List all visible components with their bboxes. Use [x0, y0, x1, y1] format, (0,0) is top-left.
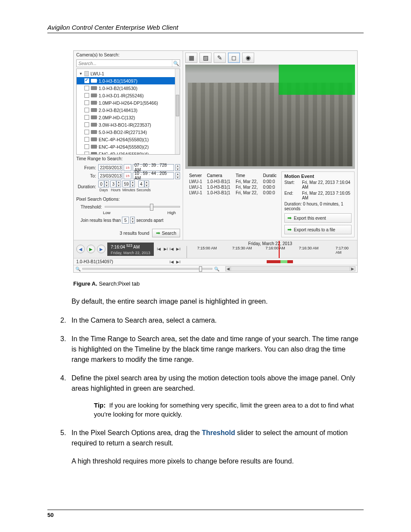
high-label: High: [167, 210, 176, 215]
tree-item[interactable]: 1.0MP-HD-H264-DP1(55466): [77, 99, 180, 106]
select-all-tool[interactable]: ▦: [185, 53, 197, 63]
draw-tool[interactable]: ✎: [214, 53, 226, 63]
table-row[interactable]: LWU-11.0-H3-B1(1Fri, Mar 22,0:00:0: [187, 190, 280, 196]
cameras-label: Camera(s) to Search:: [74, 51, 183, 58]
calendar-icon[interactable]: 15: [124, 164, 131, 171]
col-duration[interactable]: Duratic: [261, 172, 280, 179]
hours-unit: Hours: [111, 188, 121, 192]
export-event-button[interactable]: ➡Export this event: [284, 213, 352, 223]
page-header: Avigilon Control Center Enterprise Web C…: [47, 24, 364, 31]
checkbox-icon[interactable]: [84, 78, 89, 83]
camera-search-field[interactable]: [77, 60, 172, 67]
spinner-icon[interactable]: ▲▼: [175, 164, 180, 171]
timeline-marker[interactable]: [279, 241, 280, 258]
tree-item-label: ENC-4P-H264(55580)(1): [99, 137, 149, 142]
search-icon[interactable]: 🔍: [172, 60, 180, 67]
threshold-slider[interactable]: [105, 206, 180, 208]
checkbox-icon[interactable]: [84, 100, 89, 105]
nav-first-last[interactable]: I◀ ▶I: [169, 260, 181, 264]
checkbox-icon[interactable]: [84, 93, 89, 98]
spinner-icon[interactable]: ▲▼: [104, 180, 109, 187]
rect-tool[interactable]: ◻: [228, 53, 240, 63]
step-back-button[interactable]: ◀: [76, 245, 85, 253]
zoom-slider[interactable]: [82, 268, 212, 270]
tree-scrollbar[interactable]: [175, 69, 180, 154]
tree-item[interactable]: ENC-4P-H264(55580)(4): [77, 150, 180, 155]
from-date-input[interactable]: 22/03/2013: [98, 164, 122, 171]
screenshot-figure: Camera(s) to Search: 🔍 ▾ LWU-1: [73, 50, 358, 273]
tree-item[interactable]: 1.0-H3-B1(154097): [77, 77, 180, 84]
results-table[interactable]: Server Camera Time Duratic LWU-11.0-H3-B…: [183, 169, 281, 240]
duration-value: Duration: 0 hours, 0 minutes, 1 seconds: [284, 202, 352, 211]
results-found: 3 results found: [120, 230, 149, 236]
tree-item[interactable]: 2.0-H3-B2(148413): [77, 106, 180, 114]
search-button[interactable]: ➡ Search: [152, 229, 180, 237]
tree-root[interactable]: ▾ LWU-1: [77, 70, 180, 77]
end-label: End:: [284, 191, 302, 200]
camera-icon: [91, 86, 97, 90]
camera-timeline[interactable]: [183, 259, 357, 264]
tree-twisty-icon[interactable]: ▾: [78, 71, 83, 76]
zoom-in-icon[interactable]: 🔍: [214, 267, 219, 271]
step-fwd-button[interactable]: ▶: [97, 245, 106, 253]
spinner-icon[interactable]: ▲▼: [130, 217, 135, 224]
days-input[interactable]: 0: [98, 180, 104, 187]
body-paragraph: By default, the entire search image pane…: [72, 296, 364, 307]
export-file-button[interactable]: ➡Export results to a file: [284, 225, 352, 234]
timeline[interactable]: 7:15:00 AM 7:15:30 AM 7:16:00 AM 7:16:30…: [187, 246, 354, 258]
tree-item[interactable]: 1.0-H3-B2(148530): [77, 84, 180, 92]
join-value-input[interactable]: 5: [122, 217, 129, 224]
image-panel[interactable]: [185, 65, 355, 169]
col-time[interactable]: Time: [234, 172, 261, 179]
minutes-input[interactable]: 59: [122, 180, 130, 187]
spinner-icon[interactable]: ▲▼: [130, 180, 135, 187]
from-time-input[interactable]: 07 : 00 : 39 . 728 AM: [133, 164, 174, 171]
checkbox-icon[interactable]: [84, 144, 89, 149]
body-paragraph: A high threshold requires more pixels to…: [72, 456, 364, 467]
to-date-input[interactable]: 23/03/2013: [98, 172, 122, 179]
spinner-icon[interactable]: ▲▼: [175, 172, 180, 179]
h-scrollbar[interactable]: ◀▶: [225, 266, 355, 271]
to-time-input[interactable]: 10 : 59 : 44 . 205 AM: [133, 172, 174, 179]
list-item: In the Pixel Search Options area, drag t…: [47, 428, 364, 466]
tree-item[interactable]: 3.0W-H3-BO1-IR(223537): [77, 121, 180, 128]
col-server[interactable]: Server: [187, 172, 205, 179]
tick-label: 7:16:30 AM: [299, 246, 319, 250]
zoom-out-icon[interactable]: 🔍: [75, 267, 81, 271]
camera-icon: [91, 130, 97, 134]
checkbox-icon[interactable]: [84, 130, 89, 134]
play-button[interactable]: ▶: [87, 245, 95, 253]
table-row[interactable]: LWU-11.0-H3-B1(1Fri, Mar 22,0:00:0: [187, 184, 280, 190]
tree-item[interactable]: 1.0-H3-D1-IR(255246): [77, 92, 180, 99]
join-text-b: seconds apart: [136, 218, 163, 223]
tree-item-label: 2.0-H3-B2(148413): [99, 108, 137, 113]
checkbox-icon[interactable]: [84, 152, 89, 155]
seconds-input[interactable]: 4: [138, 180, 144, 187]
clear-all-tool[interactable]: ▨: [199, 53, 212, 63]
tree-item[interactable]: 5.0-H3-BO2-IR(227134): [77, 128, 180, 136]
tick-label: 7:16:00 AM: [265, 246, 285, 250]
col-camera[interactable]: Camera: [205, 172, 234, 179]
camera-tree[interactable]: ▾ LWU-1 1.0-H3-B1(154097) 1.0-H3-B2(1485…: [76, 68, 180, 155]
list-item: In the Camera to Search area, select a c…: [47, 315, 364, 326]
hours-input[interactable]: 3: [110, 180, 116, 187]
tree-item-label: 2.0MP-HD-C(132): [99, 115, 135, 120]
spinner-icon[interactable]: ▲▼: [144, 180, 149, 187]
checkbox-icon[interactable]: [84, 122, 89, 127]
nav-first-last[interactable]: I◀ ▶II◀ ▶I: [157, 247, 181, 251]
checkbox-icon[interactable]: [84, 137, 89, 142]
checkbox-icon[interactable]: [84, 115, 89, 120]
erase-tool[interactable]: ◉: [242, 53, 254, 63]
threshold-keyword: Threshold: [202, 429, 235, 436]
checkbox-icon[interactable]: [84, 108, 89, 112]
tree-item-label: ENC-4P-H264(55580)(4): [99, 152, 149, 155]
camera-search-input[interactable]: 🔍: [76, 59, 180, 67]
tree-item[interactable]: 2.0MP-HD-C(132): [77, 114, 180, 121]
calendar-icon[interactable]: 15: [124, 172, 131, 179]
checkbox-icon[interactable]: [84, 86, 89, 90]
spinner-icon[interactable]: ▲▼: [116, 180, 121, 187]
pso-label: Pixel Search Options:: [74, 195, 183, 202]
table-row[interactable]: LWU-11.0-H3-B1(1Fri, Mar 22,0:00:0: [187, 179, 280, 184]
tree-item[interactable]: ENC-4P-H264(55580)(1): [77, 136, 180, 143]
tree-item[interactable]: ENC-4P-H264(55580)(2): [77, 143, 180, 150]
